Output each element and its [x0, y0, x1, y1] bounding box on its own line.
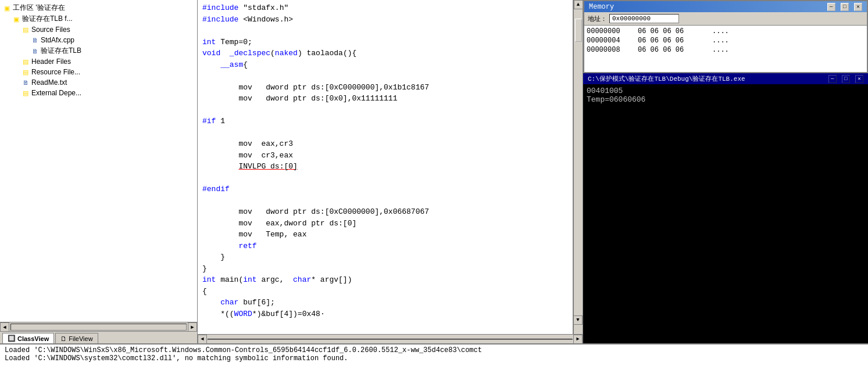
classview-icon: 🔲 [8, 335, 16, 342]
console-close-btn[interactable]: ✕ [855, 75, 863, 83]
source-files-label: Source Files [31, 26, 70, 34]
source-files-icon: ▤ [21, 25, 30, 34]
memory-title: Memory [589, 3, 614, 11]
code-line-11 [202, 127, 568, 139]
external-label: External Depe... [31, 89, 81, 97]
memory-minimize-btn[interactable]: ─ [827, 3, 835, 11]
code-line-3: int Temp=0; [202, 37, 568, 48]
readme-icon: 🗎 [21, 78, 30, 87]
code-hscrollbar[interactable]: ◄ ► [198, 334, 583, 343]
resource-file-node[interactable]: ▤ Resource File... [0, 67, 197, 77]
right-panels: Memory ─ □ ✕ 地址： 0000000006 06 06 06....… [583, 0, 868, 343]
memory-row: 0000000806 06 06 06.... [587, 45, 865, 55]
console-window: C:\保护模式\验证存在TLB\Debug\验证存在TLB.exe ─ □ ✕ … [583, 73, 868, 343]
scroll-down-btn[interactable]: ▼ [573, 315, 583, 325]
memory-win-buttons: ─ □ ✕ [826, 2, 862, 11]
memory-row: 0000000406 06 06 06.... [587, 36, 865, 45]
verify-label: 验证存在TLB [41, 46, 81, 56]
workspace-root[interactable]: ▣ 工作区 '验证存在 [0, 2, 197, 13]
code-line-4: void _declspec(naked) taolaoda(){ [202, 48, 568, 59]
code-line-24: int main(int argc, char* argv[]) [202, 274, 568, 286]
console-content: 00401005Temp=06060606 [583, 84, 868, 342]
project-label: 验证存在TLB f... [22, 14, 73, 24]
header-files-label: Header Files [31, 58, 71, 66]
code-line-12: mov eax,cr3 [202, 138, 568, 150]
code-line-21: retf [202, 241, 568, 252]
tab-fileview[interactable]: 🗋 FileView [55, 333, 98, 343]
code-line-13: mov cr3,eax [202, 150, 568, 162]
memory-titlebar: Memory ─ □ ✕ [584, 1, 867, 12]
addr-label: 地址： [588, 15, 607, 23]
code-line-0: #include "stdafx.h" [202, 2, 568, 14]
verify-file[interactable]: 🗎 验证存在TLB [0, 45, 197, 56]
header-icon: ▤ [21, 57, 30, 66]
code-line-14: INVLPG ds:[0] [202, 161, 568, 173]
code-line-18: mov dword ptr ds:[0xC0000000],0x06687067 [202, 206, 568, 218]
code-line-23: } [202, 263, 568, 275]
console-maximize-btn[interactable]: □ [842, 75, 850, 83]
tab-classview[interactable]: 🔲 ClassView [2, 333, 54, 343]
code-line-19: mov eax,dword ptr ds:[0] [202, 218, 568, 229]
external-dep-node[interactable]: ▤ External Depe... [0, 88, 197, 98]
resource-icon: ▤ [21, 67, 30, 77]
code-line-15 [202, 173, 568, 184]
code-vscrollbar[interactable]: ▲ ▼ [573, 0, 583, 334]
readme-label: ReadMe.txt [31, 78, 67, 87]
memory-row: 0000000006 06 06 06.... [587, 27, 865, 36]
hscroll-track[interactable] [208, 339, 573, 340]
code-line-25: { [202, 286, 568, 297]
header-files-node[interactable]: ▤ Header Files [0, 56, 197, 67]
code-line-20: mov Temp, eax [202, 229, 568, 241]
scroll-left-btn[interactable]: ◄ [0, 322, 9, 332]
scroll-up-btn[interactable]: ▲ [574, 0, 583, 9]
code-line-10: #if 1 [202, 116, 568, 127]
code-line-22: } [202, 252, 568, 263]
hscroll-left-btn[interactable]: ◄ [198, 335, 207, 344]
console-minimize-btn[interactable]: ─ [828, 75, 837, 83]
external-icon: ▤ [21, 88, 30, 98]
memory-window: Memory ─ □ ✕ 地址： 0000000006 06 06 06....… [583, 0, 868, 73]
console-win-buttons: ─ □ ✕ [827, 74, 863, 83]
console-line: 00401005 [587, 87, 865, 95]
main-area: ▣ 工作区 '验证存在 ▣ 验证存在TLB f... ▤ Source File… [0, 0, 868, 343]
code-line-2 [202, 25, 568, 37]
resource-label: Resource File... [31, 68, 80, 76]
code-line-17 [202, 195, 568, 207]
code-line-9 [202, 105, 568, 116]
classview-label: ClassView [17, 335, 49, 342]
readme-file[interactable]: 🗎 ReadMe.txt [0, 77, 197, 88]
code-line-1: #include <Windows.h> [202, 14, 568, 26]
code-line-7: mov dword ptr ds:[0xC0000000],0x1b1c8167 [202, 82, 568, 94]
stdafx-file[interactable]: 🗎 StdAfx.cpp [0, 35, 197, 45]
memory-toolbar: 地址： [584, 12, 867, 26]
code-line-26: char buf[6]; [202, 297, 568, 308]
output-line: Loaded 'C:\WINDOWS\WinSxS\x86_Microsoft.… [5, 346, 863, 354]
hscroll-right-btn[interactable]: ► [573, 335, 583, 344]
scroll-right-btn[interactable]: ► [188, 322, 197, 332]
sidebar-hscrollbar[interactable]: ◄ ► [0, 322, 197, 331]
code-line-8: mov dword ptr ds:[0x0],0x11111111 [202, 93, 568, 105]
stdafx-icon: 🗎 [30, 35, 40, 45]
memory-maximize-btn[interactable]: □ [841, 3, 849, 11]
stdafx-label: StdAfx.cpp [41, 36, 74, 44]
memory-close-btn[interactable]: ✕ [854, 3, 862, 11]
fileview-label: FileView [69, 335, 92, 342]
verify-icon: 🗎 [30, 46, 40, 56]
code-line-16: #endif [202, 184, 568, 195]
sidebar-tabs: 🔲 ClassView 🗋 FileView [0, 331, 197, 343]
project-node[interactable]: ▣ 验证存在TLB f... [0, 13, 197, 24]
console-titlebar: C:\保护模式\验证存在TLB\Debug\验证存在TLB.exe ─ □ ✕ [583, 73, 868, 84]
console-title: C:\保护模式\验证存在TLB\Debug\验证存在TLB.exe [588, 74, 745, 83]
workspace-label: 工作区 '验证存在 [13, 3, 65, 13]
code-scroll-area: #include "stdafx.h"#include <Windows.h> … [198, 0, 583, 334]
code-line-27: *((WORD*)&buf[4])=0x48· [202, 308, 568, 320]
fileview-icon: 🗋 [60, 335, 67, 342]
scroll-track[interactable] [10, 324, 187, 331]
file-tree[interactable]: ▣ 工作区 '验证存在 ▣ 验证存在TLB f... ▤ Source File… [0, 0, 197, 322]
code-line-5: __asm{ [202, 59, 568, 71]
vscroll-thumb[interactable] [575, 19, 582, 42]
source-files-node[interactable]: ▤ Source Files [0, 24, 197, 35]
code-editor[interactable]: #include "stdafx.h"#include <Windows.h> … [198, 0, 573, 334]
memory-addr-input[interactable] [609, 14, 679, 23]
code-line-6 [202, 70, 568, 82]
